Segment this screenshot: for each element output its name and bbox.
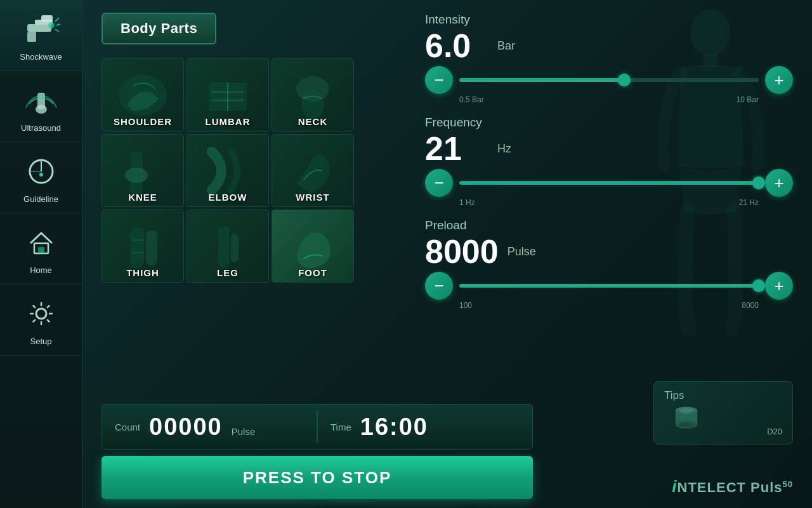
svg-line-5 bbox=[55, 18, 59, 22]
svg-line-7 bbox=[55, 29, 59, 32]
count-value: 00000 bbox=[149, 413, 223, 441]
press-to-stop-button[interactable]: PRESS TO STOP bbox=[102, 456, 533, 499]
count-unit: Pulse bbox=[232, 426, 256, 437]
preload-value: 8000 bbox=[425, 235, 499, 268]
sidebar: Shockwave Ultrasound Guideline bbox=[0, 0, 82, 508]
svg-rect-28 bbox=[218, 226, 230, 267]
preload-label: Preload bbox=[425, 218, 793, 232]
svg-rect-2 bbox=[27, 24, 51, 32]
frequency-value: 21 bbox=[425, 132, 488, 165]
controls-panel: Intensity 6.0 Bar − + 0.5 Bar 10 Bar bbox=[406, 0, 812, 419]
guideline-icon bbox=[21, 151, 62, 192]
sidebar-item-guideline[interactable]: Guideline bbox=[0, 142, 82, 213]
preload-slider[interactable] bbox=[459, 279, 759, 292]
frequency-decrease-button[interactable]: − bbox=[425, 169, 453, 197]
intensity-control: Intensity 6.0 Bar − + 0.5 Bar 10 Bar bbox=[425, 13, 793, 104]
intensity-decrease-button[interactable]: − bbox=[425, 66, 453, 94]
frequency-min-label: 1 Hz bbox=[459, 198, 475, 207]
svg-point-25 bbox=[125, 168, 148, 183]
intensity-value: 6.0 bbox=[425, 29, 488, 62]
svg-point-12 bbox=[39, 173, 43, 177]
intensity-max-label: 10 Bar bbox=[737, 95, 759, 104]
intensity-increase-button[interactable]: + bbox=[765, 66, 793, 94]
lumbar-label: LUMBAR bbox=[187, 112, 268, 131]
frequency-unit: Hz bbox=[497, 142, 511, 156]
body-part-foot[interactable]: FOOT bbox=[272, 210, 354, 283]
preload-increase-button[interactable]: + bbox=[765, 272, 793, 300]
svg-line-6 bbox=[56, 24, 60, 25]
sidebar-setup-label: Setup bbox=[30, 337, 52, 346]
leg-label: LEG bbox=[187, 264, 268, 282]
svg-rect-15 bbox=[38, 247, 44, 253]
sidebar-ultrasound-label: Ultrasound bbox=[21, 123, 61, 133]
count-section: Count 00000 Pulse bbox=[102, 404, 317, 449]
intensity-slider[interactable] bbox=[459, 74, 759, 86]
time-value: 16:00 bbox=[360, 413, 428, 441]
sidebar-guideline-label: Guideline bbox=[23, 194, 58, 204]
home-icon bbox=[21, 222, 62, 263]
preload-control: Preload 8000 Pulse − + 100 8000 bbox=[425, 218, 793, 310]
preload-max-label: 8000 bbox=[742, 301, 759, 310]
body-part-wrist[interactable]: WRIST bbox=[272, 134, 354, 207]
main-panel: Body Parts SHOULDER LUMBAR NECK bbox=[82, 0, 812, 508]
sidebar-item-home[interactable]: Home bbox=[0, 213, 82, 284]
frequency-control: Frequency 21 Hz − + 1 Hz 21 Hz bbox=[425, 116, 793, 207]
svg-point-22 bbox=[296, 76, 329, 102]
body-parts-button[interactable]: Body Parts bbox=[102, 13, 216, 44]
svg-rect-29 bbox=[231, 234, 239, 262]
sidebar-item-setup[interactable]: Setup bbox=[0, 284, 82, 356]
thigh-label: THIGH bbox=[102, 264, 183, 282]
neck-label: NECK bbox=[272, 112, 353, 131]
time-section: Time 16:00 bbox=[318, 404, 532, 449]
frequency-max-label: 21 Hz bbox=[739, 198, 759, 207]
intensity-unit: Bar bbox=[497, 39, 515, 53]
svg-rect-3 bbox=[27, 32, 36, 42]
elbow-label: ELBOW bbox=[187, 188, 268, 206]
body-part-leg[interactable]: LEG bbox=[187, 210, 269, 283]
preload-decrease-button[interactable]: − bbox=[425, 272, 453, 300]
body-part-elbow[interactable]: ELBOW bbox=[187, 134, 269, 207]
shockwave-icon bbox=[21, 9, 62, 50]
sidebar-item-shockwave[interactable]: Shockwave bbox=[0, 0, 82, 71]
count-label: Count bbox=[115, 422, 140, 432]
foot-label: FOOT bbox=[272, 264, 353, 282]
preload-min-label: 100 bbox=[459, 301, 472, 310]
preload-unit: Pulse bbox=[508, 245, 536, 258]
count-time-bar: Count 00000 Pulse Time 16:00 bbox=[102, 404, 533, 450]
body-part-thigh[interactable]: THIGH bbox=[102, 210, 184, 283]
sidebar-shockwave-label: Shockwave bbox=[20, 52, 62, 62]
knee-label: KNEE bbox=[102, 188, 183, 206]
frequency-label: Frequency bbox=[425, 116, 793, 130]
body-part-neck[interactable]: NECK bbox=[272, 58, 354, 131]
frequency-slider[interactable] bbox=[459, 177, 759, 189]
ultrasound-icon bbox=[21, 80, 62, 121]
body-part-shoulder[interactable]: SHOULDER bbox=[102, 58, 184, 131]
sidebar-item-ultrasound[interactable]: Ultrasound bbox=[0, 71, 82, 142]
intensity-label: Intensity bbox=[425, 13, 793, 27]
setup-icon bbox=[21, 293, 62, 334]
brand-text: iNTELECT Puls50 bbox=[672, 477, 793, 497]
svg-rect-26 bbox=[130, 227, 144, 269]
body-part-lumbar[interactable]: LUMBAR bbox=[187, 58, 269, 131]
wrist-label: WRIST bbox=[272, 188, 353, 206]
svg-rect-27 bbox=[146, 231, 157, 265]
svg-point-16 bbox=[36, 309, 46, 319]
svg-point-4 bbox=[48, 22, 55, 29]
body-part-knee[interactable]: KNEE bbox=[102, 134, 184, 207]
intensity-min-label: 0.5 Bar bbox=[459, 95, 484, 104]
frequency-increase-button[interactable]: + bbox=[765, 169, 793, 197]
sidebar-home-label: Home bbox=[30, 265, 52, 275]
shoulder-label: SHOULDER bbox=[102, 112, 183, 131]
brand: iNTELECT Puls50 bbox=[672, 477, 793, 497]
time-label: Time bbox=[331, 422, 351, 432]
